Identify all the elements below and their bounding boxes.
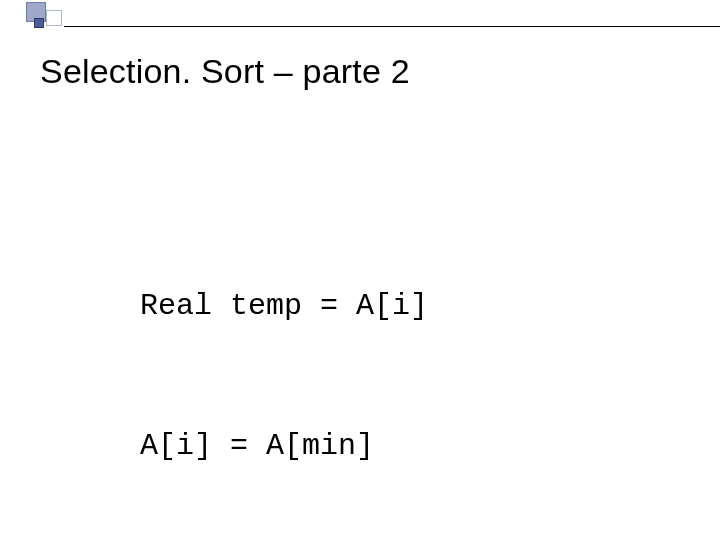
- code-block: Real temp = A[i] A[i] = A[min] A[min] = …: [60, 190, 428, 540]
- slide-title: Selection. Sort – parte 2: [40, 52, 410, 91]
- code-line: A[i] = A[min]: [60, 423, 428, 470]
- deco-square-icon: [34, 18, 44, 28]
- deco-square-icon: [46, 10, 62, 26]
- slide: Selection. Sort – parte 2 Real temp = A[…: [0, 0, 720, 540]
- horizontal-rule: [64, 26, 720, 27]
- code-line: Real temp = A[i]: [60, 283, 428, 330]
